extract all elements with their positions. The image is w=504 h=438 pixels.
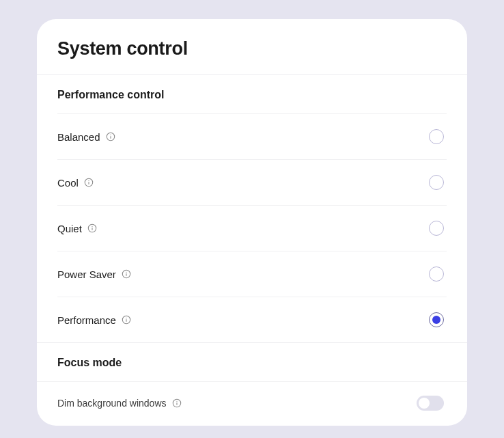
dim-background-label: Dim background windows	[57, 398, 167, 409]
svg-point-5	[89, 180, 89, 181]
option-label: Cool	[57, 177, 79, 189]
focus-section-title: Focus mode	[57, 357, 447, 369]
option-quiet[interactable]: Quiet	[57, 205, 447, 251]
option-left: Power Saver	[57, 269, 132, 280]
performance-options: Balanced Cool Quiet	[37, 113, 467, 342]
toggle-knob	[419, 398, 430, 409]
radio-power-saver[interactable]	[429, 266, 444, 282]
info-icon[interactable]	[122, 315, 132, 325]
option-cool[interactable]: Cool	[57, 159, 447, 205]
panel-title: System control	[57, 38, 447, 59]
radio-balanced[interactable]	[429, 129, 444, 144]
option-left: Performance	[57, 314, 132, 326]
svg-point-14	[126, 318, 127, 318]
toggle-left: Dim background windows	[57, 398, 182, 409]
option-left: Cool	[57, 177, 94, 189]
option-label: Performance	[57, 314, 116, 326]
dim-background-toggle[interactable]	[417, 396, 444, 411]
panel-header: System control	[37, 19, 467, 75]
focus-section-header: Focus mode	[37, 343, 467, 381]
svg-point-17	[177, 401, 178, 402]
info-icon[interactable]	[172, 398, 182, 409]
option-balanced[interactable]: Balanced	[57, 113, 447, 159]
performance-section-header: Performance control	[37, 75, 467, 113]
option-label: Balanced	[57, 131, 100, 143]
radio-performance[interactable]	[429, 312, 444, 327]
svg-point-8	[92, 226, 93, 227]
info-icon[interactable]	[87, 223, 98, 234]
info-icon[interactable]	[122, 269, 132, 279]
radio-cool[interactable]	[429, 175, 444, 190]
option-left: Balanced	[57, 131, 116, 143]
option-left: Quiet	[57, 223, 98, 234]
option-power-saver[interactable]: Power Saver	[57, 251, 447, 297]
svg-point-2	[111, 135, 111, 135]
info-icon[interactable]	[84, 178, 94, 188]
option-label: Power Saver	[57, 269, 116, 280]
option-label: Quiet	[57, 223, 82, 234]
radio-quiet[interactable]	[429, 221, 444, 236]
svg-point-11	[126, 272, 127, 273]
info-icon[interactable]	[106, 132, 116, 142]
option-performance[interactable]: Performance	[57, 297, 447, 342]
performance-section-title: Performance control	[57, 89, 447, 101]
system-control-panel: System control Performance control Balan…	[37, 19, 467, 426]
dim-background-row: Dim background windows	[37, 381, 467, 426]
